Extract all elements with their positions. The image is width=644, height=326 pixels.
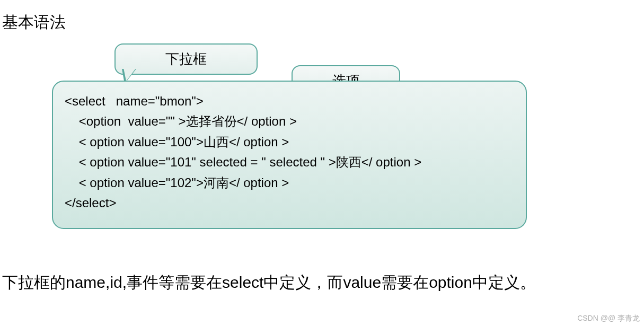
code-line-6: </select> (65, 193, 514, 213)
watermark: CSDN @@ 李青龙 (577, 314, 640, 323)
code-line-1: <select name="bmon"> (65, 91, 514, 111)
code-line-2: <option value="" >选择省份</ option > (65, 111, 514, 131)
code-line-3: < option value="100">山西</ option > (65, 132, 514, 152)
page-title: 基本语法 (0, 0, 644, 33)
explanation-text: 下拉框的name,id,事件等需要在select中定义，而value需要在opt… (2, 270, 628, 295)
callout-dropdown-label: 下拉框 (165, 51, 207, 67)
code-line-5: < option value="102">河南</ option > (65, 173, 514, 193)
code-block: <select name="bmon"> <option value="" >选… (52, 81, 527, 229)
code-line-4: < option value="101" selected = " select… (65, 152, 514, 172)
